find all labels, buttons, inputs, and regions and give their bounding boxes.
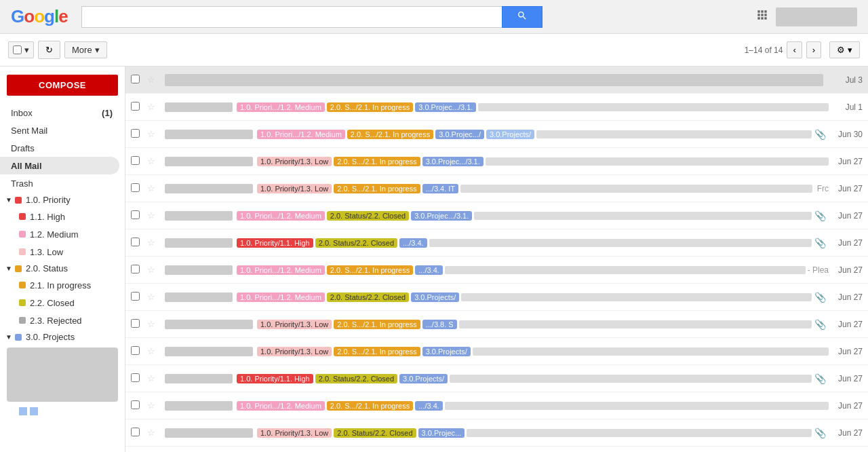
row-tags: 1.0. Priori.../1.2. Medium 2.0. S.../2.1…	[237, 265, 829, 275]
sidebar-item-rejected[interactable]: 2.3. Rejected	[0, 312, 119, 329]
sidebar-item-high[interactable]: 1.1. High	[0, 208, 119, 225]
sidebar-item-sent-label: Sent Mail	[11, 126, 113, 136]
sidebar-item-allmail[interactable]: All Mail	[0, 157, 119, 174]
more-button[interactable]: More ▾	[64, 41, 107, 58]
row-tags: 1.0. Priori.../1.2. Medium 2.0. S.../2.1…	[237, 401, 829, 411]
list-item[interactable]: ☆ 1.0. Priori.../1.2. Medium 2.0. S.../2…	[125, 94, 868, 121]
compose-button[interactable]: COMPOSE	[7, 75, 118, 96]
tag-priority: 1.0. Priority/1.3. Low	[257, 347, 332, 356]
select-all-checkbox[interactable]	[13, 45, 22, 54]
email-date: Jun 27	[829, 320, 863, 329]
row-checkbox[interactable]	[131, 400, 140, 409]
star-icon[interactable]: ☆	[147, 292, 161, 302]
tag-priority-high: 1.0. Priority/1.1. High	[237, 374, 313, 383]
row-check	[131, 400, 144, 411]
sidebar-item-medium[interactable]: 1.2. Medium	[0, 225, 119, 243]
refresh-button[interactable]: ↻	[38, 41, 60, 59]
snippet-bar	[536, 130, 812, 138]
row-checkbox[interactable]	[131, 75, 140, 83]
sidebar-item-trash[interactable]: Trash	[0, 174, 119, 192]
row-checkbox[interactable]	[131, 292, 140, 301]
row-checkbox[interactable]	[131, 156, 140, 165]
row-checkbox[interactable]	[131, 210, 140, 219]
star-icon[interactable]: ☆	[147, 428, 161, 438]
sidebar-item-allmail-label: All Mail	[11, 161, 113, 171]
star-icon[interactable]: ☆	[147, 210, 161, 221]
row-tags: 1.0. Priority/1.3. Low 2.0. S.../2.1. In…	[257, 347, 829, 356]
list-item[interactable]: ☆ 1.0. Priority/1.3. Low 2.0. S.../2.1. …	[125, 311, 868, 338]
row-checkbox[interactable]	[131, 373, 140, 382]
project-dot-2	[30, 407, 38, 415]
sidebar-item-inbox-count: (1)	[102, 108, 113, 118]
star-icon[interactable]: ☆	[147, 156, 161, 166]
sidebar-section-status-label: 2.0. Status	[26, 263, 68, 274]
list-item[interactable]: ☆ 1.0. Priori.../1.2. Medium 2.0. S.../2…	[125, 121, 868, 148]
sidebar-item-closed[interactable]: 2.2. Closed	[0, 294, 119, 312]
star-icon[interactable]: ☆	[147, 129, 161, 139]
row-checkbox[interactable]	[131, 428, 140, 436]
star-icon[interactable]: ☆	[147, 400, 161, 411]
star-icon[interactable]: ☆	[147, 373, 161, 383]
search-input[interactable]	[81, 6, 502, 28]
tag-status: 2.0. S.../2.1. In progress	[334, 184, 420, 193]
row-checkbox[interactable]	[131, 319, 140, 328]
star-icon[interactable]: ☆	[147, 346, 161, 356]
snippet-bar	[445, 266, 806, 274]
sidebar-item-closed-label: 2.2. Closed	[30, 298, 75, 308]
tag-project: 3.0.Projec.../3.1.	[415, 102, 476, 112]
list-item[interactable]: ☆ 1.0. Priori.../1.2. Medium 2.0. S.../2…	[125, 392, 868, 419]
snippet-bar	[467, 429, 812, 437]
sidebar-item-sent[interactable]: Sent Mail	[0, 121, 119, 139]
star-icon[interactable]: ☆	[147, 238, 161, 248]
grid-icon[interactable]	[755, 8, 769, 25]
row-checkbox[interactable]	[131, 346, 140, 355]
tag-status: 2.0. S.../2.1. In progress	[334, 347, 420, 356]
list-item[interactable]: ☆ 1.0. Priori.../1.2. Medium 2.0. Status…	[125, 202, 868, 229]
sidebar-section-status[interactable]: ▼ 2.0. Status	[0, 261, 125, 276]
row-checkbox[interactable]	[131, 238, 140, 246]
email-date: Jun 27	[829, 157, 863, 166]
list-item[interactable]: ☆ 1.0. Priority/1.3. Low 2.0. S.../2.1. …	[125, 338, 868, 365]
sidebar-item-low[interactable]: 1.3. Low	[0, 243, 119, 261]
sidebar-item-inbox[interactable]: Inbox (1)	[0, 104, 119, 121]
list-item[interactable]: ☆ 1.0. Priority/1.1. High 2.0. Status/2.…	[125, 365, 868, 392]
tag-priority: 1.0. Priori.../1.2. Medium	[237, 293, 325, 302]
row-tags: 1.0. Priority/1.3. Low 2.0. Status/2.2. …	[257, 428, 812, 438]
star-icon[interactable]: ☆	[147, 183, 161, 193]
user-avatar-box[interactable]	[776, 7, 857, 26]
sidebar-section-priority[interactable]: ▼ 1.0. Priority	[0, 192, 125, 208]
sidebar-item-drafts[interactable]: Drafts	[0, 139, 119, 157]
row-check	[131, 346, 144, 357]
select-all-button[interactable]: ▾	[8, 41, 34, 58]
projects-color-dot	[15, 334, 22, 341]
row-checkbox[interactable]	[131, 183, 140, 192]
snippet-bar	[461, 293, 812, 301]
list-item[interactable]: ☆ 1.0. Priority/1.1. High 2.0. Status/2.…	[125, 229, 868, 257]
list-item[interactable]: ☆ 1.0. Priority/1.3. Low 2.0. S.../2.1. …	[125, 148, 868, 175]
next-page-button[interactable]: ›	[806, 41, 821, 58]
list-item[interactable]: ☆ 1.0. Priori.../1.2. Medium 2.0. Status…	[125, 284, 868, 311]
row-checkbox[interactable]	[131, 102, 140, 111]
star-icon[interactable]: ☆	[147, 102, 161, 112]
search-bar	[81, 6, 542, 28]
list-item[interactable]: ☆ 1.0. Priority/1.3. Low 2.0. S.../2.1. …	[125, 175, 868, 202]
star-icon[interactable]: ☆	[147, 265, 161, 275]
list-item[interactable]: ☆ 1.0. Priori.../1.2. Medium 2.0. S.../2…	[125, 257, 868, 284]
attachment-icon: 📎	[814, 238, 826, 248]
sidebar-section-projects[interactable]: ▼ 3.0. Projects	[0, 329, 125, 345]
sender-bar	[165, 211, 233, 221]
settings-button[interactable]: ⚙ ▾	[829, 41, 860, 58]
list-item[interactable]: ☆ 1.0. Priority/1.3. Low 2.0. Status/2.2…	[125, 419, 868, 447]
sidebar-item-inprogress[interactable]: 2.1. In progress	[0, 276, 119, 294]
search-button[interactable]	[502, 6, 542, 28]
tag-status: 2.0. Status/2.2. Closed	[315, 374, 397, 383]
attachment-icon: 📎	[814, 129, 826, 140]
tag-project2: 3.0.Projects/	[486, 130, 534, 139]
star-icon[interactable]: ☆	[147, 319, 161, 329]
prev-page-button[interactable]: ‹	[787, 41, 802, 58]
email-row-header: ☆ Jul 3	[125, 67, 868, 94]
snippet-bar	[445, 402, 829, 410]
row-checkbox[interactable]	[131, 265, 140, 274]
row-checkbox[interactable]	[131, 129, 140, 138]
email-date: Jun 27	[829, 211, 863, 221]
